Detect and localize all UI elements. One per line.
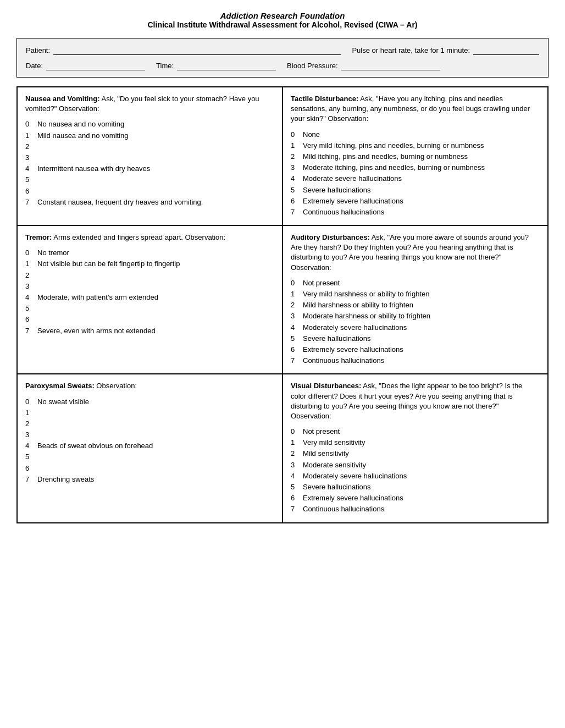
tactile-score-0: 0 None: [291, 130, 540, 140]
tremor-score-4: 4 Moderate, with patient's arm extended: [25, 293, 274, 302]
patient-name-field[interactable]: [53, 45, 341, 55]
time-label: Time:: [156, 62, 174, 70]
auditory-score-2: 2 Mild harshness or ability to frighten: [291, 300, 540, 310]
visual-title: Visual Disturbances:: [291, 382, 361, 390]
sweats-score-7: 7 Drenching sweats: [25, 475, 274, 484]
tactile-score-1: 1 Very mild itching, pins and needles, b…: [291, 141, 540, 151]
visual-scores: 0 Not present 1 Very mild sensitivity 2 …: [291, 427, 540, 515]
tactile-score-3: 3 Moderate itching, pins and needles, bu…: [291, 163, 540, 173]
visual-score-7: 7 Continuous hallucinations: [291, 504, 540, 514]
tremor-score-2: 2: [25, 271, 274, 280]
tactile-title: Tactile Disturbance:: [291, 95, 358, 103]
blood-pressure-field[interactable]: [341, 60, 440, 70]
tactile-score-4: 4 Moderate severe hallucinations: [291, 174, 540, 184]
document-header: Addiction Research Foundation Clinical I…: [16, 11, 549, 29]
nausea-score-3: 3: [25, 153, 274, 163]
tremor-cell: Tremor: Arms extended and fingers spread…: [17, 225, 282, 374]
blood-pressure-label: Blood Pressure:: [287, 62, 338, 70]
auditory-score-4: 4 Moderately severe hallucinations: [291, 323, 540, 333]
sweats-score-4: 4 Beads of sweat obvious on forehead: [25, 441, 274, 451]
auditory-score-7: 7 Continuous hallucinations: [291, 356, 540, 366]
tremor-score-1: 1 Not visible but can be felt fingertip …: [25, 259, 274, 269]
pulse-label: Pulse or heart rate, take for 1 minute:: [352, 46, 470, 54]
tremor-score-3: 3: [25, 282, 274, 291]
visual-score-4: 4 Moderately severe hallucinations: [291, 471, 540, 481]
auditory-cell: Auditory Disturbances: Ask, "Are you mor…: [282, 225, 548, 374]
sweats-title: Paroxysmal Sweats:: [25, 382, 95, 390]
visual-score-5: 5 Severe hallucinations: [291, 482, 540, 492]
assessment-grid: Nausea and Vomiting: Ask, "Do you feel s…: [16, 86, 549, 523]
patient-row-2: Date: Time: Blood Pressure:: [26, 60, 539, 70]
nausea-score-5: 5: [25, 175, 274, 185]
tactile-cell: Tactile Disturbance: Ask, "Have you any …: [282, 87, 548, 225]
visual-score-1: 1 Very mild sensitivity: [291, 438, 540, 448]
auditory-score-6: 6 Extremely severe hallucinations: [291, 345, 540, 355]
sweats-score-6: 6: [25, 464, 274, 473]
sweats-score-3: 3: [25, 430, 274, 440]
time-field[interactable]: [177, 60, 276, 70]
visual-score-6: 6 Extremely severe hallucinations: [291, 493, 540, 503]
nausea-scores: 0 No nausea and no vomiting 1 Mild nause…: [25, 119, 274, 207]
nausea-description: Nausea and Vomiting: Ask, "Do you feel s…: [25, 94, 274, 114]
tremor-description: Tremor: Arms extended and fingers spread…: [25, 233, 274, 242]
visual-score-2: 2 Mild sensitivity: [291, 449, 540, 459]
tactile-scores: 0 None 1 Very mild itching, pins and nee…: [291, 130, 540, 218]
patient-row-1: Patient: Pulse or heart rate, take for 1…: [26, 45, 539, 55]
sweats-score-5: 5: [25, 452, 274, 462]
tremor-score-7: 7 Severe, even with arms not extended: [25, 326, 274, 336]
sweats-score-2: 2: [25, 419, 274, 429]
auditory-score-3: 3 Moderate harshness or ability to frigh…: [291, 311, 540, 321]
nausea-score-4: 4 Intermittent nausea with dry heaves: [25, 164, 274, 174]
tremor-scores: 0 No tremor 1 Not visible but can be fel…: [25, 248, 274, 336]
sweats-score-1: 1: [25, 408, 274, 418]
date-field[interactable]: [46, 60, 145, 70]
visual-description: Visual Disturbances: Ask, "Does the ligh…: [291, 381, 540, 421]
auditory-score-0: 0 Not present: [291, 278, 540, 288]
sweats-description: Paroxysmal Sweats: Observation:: [25, 381, 274, 391]
sweats-score-0: 0 No sweat visible: [25, 397, 274, 407]
tactile-description: Tactile Disturbance: Ask, "Have you any …: [291, 94, 540, 124]
auditory-description: Auditory Disturbances: Ask, "Are you mor…: [291, 233, 540, 273]
pulse-field[interactable]: [473, 45, 539, 55]
nausea-title: Nausea and Vomiting:: [25, 95, 100, 103]
patient-info-box: Patient: Pulse or heart rate, take for 1…: [16, 38, 549, 78]
visual-score-0: 0 Not present: [291, 427, 540, 437]
auditory-title: Auditory Disturbances:: [291, 233, 370, 241]
tactile-score-5: 5 Severe hallucinations: [291, 185, 540, 195]
nausea-score-6: 6: [25, 186, 274, 196]
auditory-score-1: 1 Very mild harshness or ability to frig…: [291, 289, 540, 299]
sweats-cell: Paroxysmal Sweats: Observation: 0 No swe…: [17, 374, 282, 522]
date-label: Date:: [26, 62, 43, 70]
tactile-score-7: 7 Continuous hallucinations: [291, 207, 540, 217]
auditory-score-5: 5 Severe hallucinations: [291, 334, 540, 344]
header-subtitle: Clinical Institute Withdrawal Assessment…: [16, 20, 549, 29]
tactile-score-6: 6 Extremely severe hallucinations: [291, 196, 540, 206]
auditory-scores: 0 Not present 1 Very mild harshness or a…: [291, 278, 540, 366]
tremor-score-5: 5: [25, 304, 274, 313]
nausea-score-7: 7 Constant nausea, frequent dry heaves a…: [25, 197, 274, 207]
sweats-scores: 0 No sweat visible 1 2 3 4 Beads of swea…: [25, 397, 274, 485]
tactile-score-2: 2 Mild itching, pins and needles, burnin…: [291, 152, 540, 162]
nausea-score-2: 2: [25, 142, 274, 152]
visual-score-3: 3 Moderate sensitivity: [291, 460, 540, 470]
nausea-score-0: 0 No nausea and no vomiting: [25, 119, 274, 129]
nausea-cell: Nausea and Vomiting: Ask, "Do you feel s…: [17, 87, 282, 225]
patient-label: Patient:: [26, 46, 50, 54]
tremor-score-6: 6: [25, 315, 274, 324]
tremor-score-0: 0 No tremor: [25, 248, 274, 258]
header-title: Addiction Research Foundation: [16, 11, 549, 20]
nausea-score-1: 1 Mild nausea and no vomiting: [25, 131, 274, 141]
tremor-title: Tremor:: [25, 233, 52, 241]
visual-cell: Visual Disturbances: Ask, "Does the ligh…: [282, 374, 548, 522]
